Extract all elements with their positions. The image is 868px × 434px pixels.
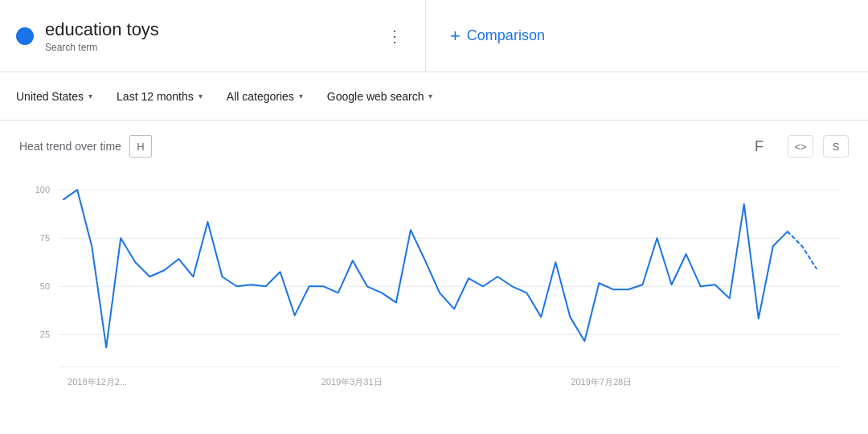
search-type-filter[interactable]: Google web search ▾ bbox=[319, 85, 441, 108]
search-type-chevron-icon: ▾ bbox=[428, 92, 432, 100]
chart-type-h-icon[interactable]: H bbox=[129, 135, 152, 158]
y-label-25: 25 bbox=[40, 330, 50, 339]
x-label-mar2019: 2019年3月31日 bbox=[321, 377, 383, 387]
more-options-button[interactable]: ⋮ bbox=[380, 20, 409, 52]
category-filter[interactable]: All categories ▾ bbox=[219, 85, 311, 108]
region-filter-label: United States bbox=[16, 90, 84, 103]
chart-container: 100 75 50 25 2018年12月2... 2019年3月31日 201… bbox=[19, 166, 849, 403]
y-label-50: 50 bbox=[40, 281, 50, 291]
chart-actions: <> S bbox=[788, 135, 849, 158]
forecast-icon[interactable]: F bbox=[755, 138, 764, 155]
save-icon: S bbox=[833, 141, 840, 153]
search-type-filter-label: Google web search bbox=[327, 90, 424, 103]
search-term-label: Search term bbox=[45, 42, 159, 53]
embed-button[interactable]: <> bbox=[788, 135, 813, 158]
comparison-label: Comparison bbox=[467, 27, 545, 44]
y-label-100: 100 bbox=[35, 185, 50, 194]
comparison-button[interactable]: + Comparison bbox=[450, 26, 545, 47]
trend-line-solid bbox=[63, 190, 788, 347]
comparison-section: + Comparison bbox=[426, 0, 868, 72]
y-label-75: 75 bbox=[40, 233, 50, 243]
period-chevron-icon: ▾ bbox=[199, 92, 203, 100]
more-options-icon: ⋮ bbox=[387, 27, 403, 46]
period-filter-label: Last 12 months bbox=[117, 90, 194, 103]
region-filter[interactable]: United States ▾ bbox=[8, 85, 100, 108]
x-label-dec2018: 2018年12月2... bbox=[68, 377, 127, 387]
category-filter-label: All categories bbox=[227, 90, 294, 103]
save-button[interactable]: S bbox=[823, 135, 849, 158]
embed-icon: <> bbox=[794, 141, 806, 153]
chart-header: Heat trend over time H F <> S bbox=[0, 121, 868, 158]
header: education toys Search term ⋮ + Compariso… bbox=[0, 0, 868, 72]
search-term-dot bbox=[16, 27, 34, 45]
category-chevron-icon: ▾ bbox=[299, 92, 303, 100]
trend-chart: 100 75 50 25 2018年12月2... 2019年3月31日 201… bbox=[19, 166, 849, 399]
search-term-title: education toys bbox=[45, 19, 159, 40]
region-chevron-icon: ▾ bbox=[88, 92, 92, 100]
search-term-section: education toys Search term ⋮ bbox=[0, 0, 426, 72]
x-label-jul2019: 2019年7月28日 bbox=[571, 377, 632, 387]
period-filter[interactable]: Last 12 months ▾ bbox=[108, 85, 211, 108]
filters-bar: United States ▾ Last 12 months ▾ All cat… bbox=[0, 72, 868, 121]
search-term-text: education toys Search term bbox=[45, 19, 159, 53]
comparison-plus-icon: + bbox=[450, 26, 461, 47]
trend-line-dotted bbox=[788, 231, 817, 268]
chart-title: Heat trend over time bbox=[19, 140, 121, 153]
